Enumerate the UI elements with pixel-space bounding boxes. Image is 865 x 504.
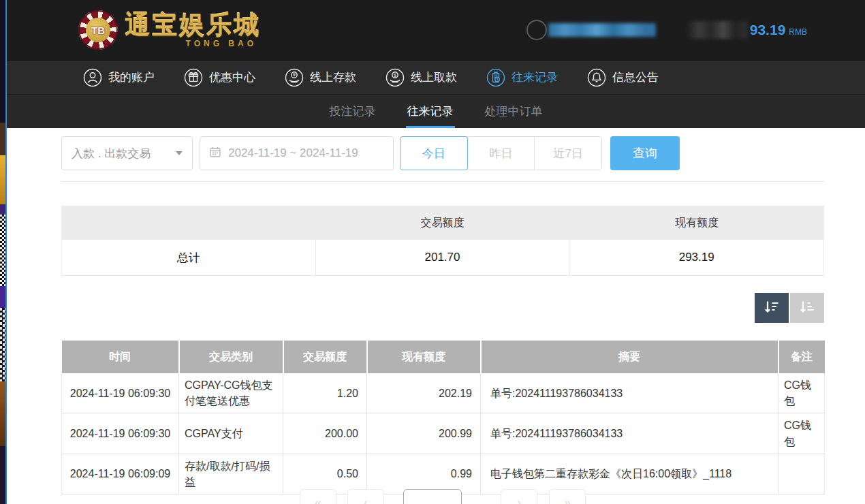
records-table: 时间 交易类别 交易额度 现有额度 摘要 备注 2024-11-19 06:09… (61, 341, 824, 494)
summary-header-balance: 现有额度 (569, 206, 824, 240)
cell-transaction-amount: 0.50 (283, 454, 367, 494)
summary-header-transaction: 交易额度 (315, 206, 569, 240)
cell-current-balance: 200.99 (367, 413, 481, 454)
user-icon (83, 68, 102, 87)
screen: TB 通宝娱乐城 TONG BAO 93.19 RMB 我 (0, 0, 865, 504)
withdraw-icon: $ (386, 68, 405, 87)
date-range-picker[interactable]: 2024-11-19 ~ 2024-11-19 (200, 136, 394, 170)
window-edge-line (5, 0, 7, 504)
prev-page-button[interactable]: ‹ (347, 489, 384, 504)
username-blurred (548, 23, 656, 37)
nav-item-my-account[interactable]: 我的账户 (83, 68, 155, 87)
tab-label: 往来记录 (407, 104, 454, 119)
col-transaction-amount: 交易额度 (283, 341, 367, 373)
tab-transaction-records[interactable]: 往来记录 (406, 95, 455, 128)
balance-amount: 93.19 (750, 22, 786, 38)
tab-label: 处理中订单 (485, 104, 543, 119)
range-yesterday-button[interactable]: 昨日 (467, 137, 535, 170)
calendar-icon (208, 145, 222, 162)
col-remark: 备注 (778, 341, 825, 373)
svg-text:¥: ¥ (293, 72, 296, 77)
bell-icon (587, 68, 606, 87)
cell-summary: 单号:202411193786034133 (481, 373, 778, 413)
tab-bet-records[interactable]: 投注记录 (328, 95, 377, 128)
page-number-input[interactable] (403, 489, 462, 504)
strip-segment (0, 446, 5, 504)
cell-summary: 单号:202411193786034133 (481, 413, 778, 454)
cell-remark: CG钱包 (778, 413, 825, 454)
strip-segment (0, 204, 5, 215)
gift-icon (184, 68, 203, 87)
nav-item-label: 线上存款 (310, 69, 356, 85)
summary-header-row: 交易额度 现有额度 (61, 206, 824, 240)
pagination: « ‹ › » (300, 489, 586, 504)
summary-total-transaction: 201.70 (315, 240, 569, 275)
col-current-balance: 现有额度 (367, 341, 481, 373)
select-value: 入款 . 出款交易 (72, 146, 151, 161)
cell-transaction-amount: 1.20 (283, 373, 367, 413)
cell-time: 2024-11-19 06:09:30 (62, 413, 179, 454)
logo-title: 通宝娱乐城 (125, 12, 261, 37)
cell-type: CGPAY-CG钱包支付笔笔送优惠 (179, 373, 283, 413)
first-page-button[interactable]: « (300, 489, 336, 504)
casino-chip-icon: TB (78, 10, 118, 50)
next-page-button[interactable]: › (501, 489, 537, 504)
col-type: 交易类别 (179, 341, 283, 373)
table-row: 2024-11-19 06:09:30 CGPAY-CG钱包支付笔笔送优惠 1.… (62, 373, 825, 413)
strip-segment (0, 155, 5, 204)
cell-current-balance: 0.99 (367, 454, 481, 494)
summary-total-row: 总计 201.70 293.19 (61, 240, 824, 276)
nav-item-deposit[interactable]: ¥ 线上存款 (285, 68, 356, 87)
tab-pending-orders[interactable]: 处理中订单 (484, 95, 544, 128)
search-button[interactable]: 查询 (610, 136, 680, 170)
page: TB 通宝娱乐城 TONG BAO 93.19 RMB 我 (7, 0, 865, 504)
chip-label: TB (86, 18, 110, 42)
nav-item-label: 优惠中心 (209, 69, 255, 85)
logo[interactable]: TB 通宝娱乐城 TONG BAO (78, 10, 261, 50)
col-summary: 摘要 (481, 341, 778, 373)
strip-segment (0, 0, 5, 123)
nav-item-label: 往来记录 (512, 69, 558, 85)
cell-time: 2024-11-19 06:09:30 (62, 373, 179, 413)
balance-currency: RMB (789, 23, 807, 37)
qr-code-sliver (0, 215, 5, 286)
top-header: TB 通宝娱乐城 TONG BAO 93.19 RMB (7, 0, 865, 60)
summary-total-balance: 293.19 (569, 240, 823, 275)
transaction-type-select[interactable]: 入款 . 出款交易 (61, 136, 193, 170)
range-today-button[interactable]: 今日 (400, 136, 468, 170)
cell-type: CGPAY支付 (179, 413, 283, 454)
logo-text: 通宝娱乐城 TONG BAO (125, 12, 261, 48)
table-row: 2024-11-19 06:09:09 存款/取款/打码/损益 0.50 0.9… (62, 454, 825, 494)
chevron-down-icon (176, 151, 183, 155)
sort-controls (755, 293, 824, 323)
nav-item-announcements[interactable]: 信息公告 (587, 68, 659, 87)
sort-descending-button[interactable] (755, 293, 789, 323)
avatar (526, 20, 547, 40)
summary-total-label: 总计 (62, 240, 315, 275)
strip-segment (0, 123, 5, 155)
quick-range-group: 今日 昨日 近7日 (400, 136, 602, 170)
range-last7days-button[interactable]: 近7日 (535, 137, 601, 170)
logo-subtitle: TONG BAO (186, 39, 261, 48)
nav-item-transactions[interactable]: 往来记录 (486, 68, 558, 87)
cell-summary: 电子钱包第二重存款彩金《次日16:00领取》_1118 (481, 454, 778, 494)
sort-ascending-icon (798, 298, 817, 319)
nav-item-label: 我的账户 (108, 69, 155, 85)
cell-remark: CG钱包 (778, 373, 825, 413)
qr-code-sliver (0, 308, 5, 381)
nav-item-withdraw[interactable]: $ 线上取款 (386, 68, 457, 87)
background-window-strip (0, 0, 7, 504)
sort-descending-icon (762, 298, 781, 319)
main-nav: 我的账户 优惠中心 ¥ 线上存款 $ 线上取款 (7, 60, 865, 94)
divider (61, 181, 824, 182)
strip-segment (0, 286, 5, 308)
cell-current-balance: 202.19 (367, 373, 481, 413)
table-row: 2024-11-19 06:09:30 CGPAY支付 200.00 200.9… (62, 413, 825, 454)
deposit-icon: ¥ (285, 68, 304, 87)
nav-item-promotions[interactable]: 优惠中心 (184, 68, 255, 87)
cell-remark (778, 454, 825, 494)
last-page-button[interactable]: » (549, 489, 586, 504)
balance-prefix-blurred (687, 21, 747, 39)
svg-text:$: $ (394, 72, 396, 77)
sort-ascending-button[interactable] (790, 293, 824, 323)
